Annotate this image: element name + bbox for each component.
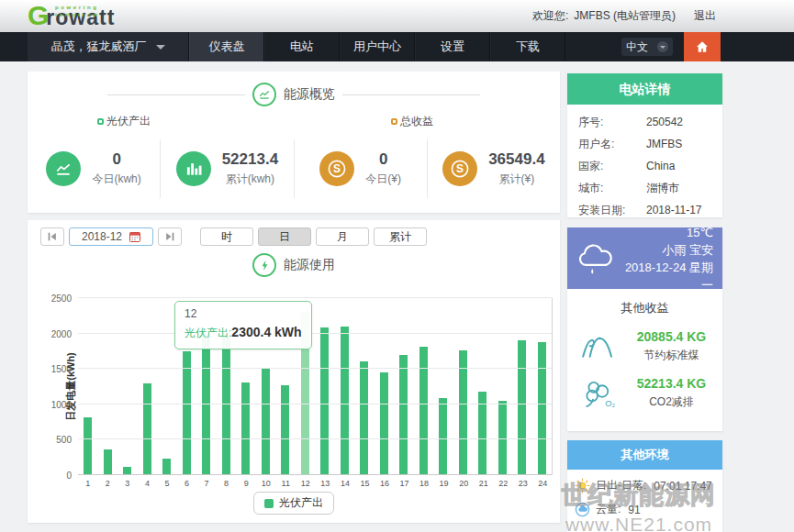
- bar-day-18[interactable]: [419, 347, 428, 476]
- bar-column: [315, 298, 335, 475]
- svg-text:S: S: [456, 162, 464, 175]
- revenue-bullet-icon: [391, 118, 397, 125]
- detail-value: China: [646, 160, 675, 172]
- env-label: 云量:: [596, 502, 621, 517]
- stat-value: 0: [92, 150, 140, 169]
- nav-tab[interactable]: 仪表盘: [189, 32, 264, 61]
- x-tick-label: 12: [296, 479, 316, 488]
- x-tick-label: 15: [355, 479, 375, 488]
- language-label: 中文: [626, 39, 648, 55]
- benefits-title: 其他收益: [567, 300, 722, 316]
- weather-date: 2018-12-24 星期一: [615, 259, 713, 294]
- x-tick-label: 11: [275, 479, 296, 488]
- detail-value: 2018-11-17: [646, 204, 702, 216]
- bar-day-13[interactable]: [320, 327, 329, 475]
- benefit-text: 20885.4 KG节约标准煤: [626, 329, 717, 363]
- detail-row: 安装日期:2018-11-17: [567, 199, 722, 221]
- sun-icon: [575, 478, 590, 493]
- revenue-group-label: 总收益: [400, 114, 433, 129]
- stat-card: S0今日(¥): [294, 139, 427, 198]
- bar-column: [394, 298, 414, 475]
- detail-value: 250542: [646, 116, 683, 128]
- range-button-时[interactable]: 时: [200, 227, 253, 246]
- growatt-logo: powering tomorrow Growatt: [28, 1, 115, 36]
- weather-temperature: 15℃: [615, 224, 713, 241]
- chart-tooltip: 12 光伏产出:2300.4 kWh: [174, 301, 312, 349]
- benefit-item: O₂52213.4 KGCO2减排: [567, 376, 722, 410]
- range-button-累计[interactable]: 累计: [374, 227, 427, 246]
- date-input[interactable]: 2018-12: [69, 227, 153, 246]
- x-tick-label: 10: [256, 479, 276, 488]
- weather-card: 15℃ 小雨 宝安 2018-12-24 星期一 其他收益 20885.4 KG…: [567, 227, 722, 431]
- nav-tab[interactable]: 电站: [264, 32, 340, 61]
- bar-day-14[interactable]: [341, 327, 349, 475]
- bar-column: [375, 298, 395, 475]
- env-value: 07:01 17:47: [654, 480, 711, 493]
- prev-month-button[interactable]: [40, 227, 64, 246]
- overview-chart-icon: [252, 83, 276, 106]
- bar-day-20[interactable]: [459, 350, 467, 475]
- y-tick-label: 500: [56, 435, 72, 445]
- logout-link[interactable]: 退出: [694, 8, 716, 24]
- bar-column: [433, 298, 453, 475]
- x-tick-label: 6: [177, 479, 197, 488]
- stat-label: 累计(¥): [488, 172, 544, 187]
- pv-group-label: 光伏产出: [106, 114, 151, 129]
- range-button-日[interactable]: 日: [258, 227, 311, 246]
- x-axis-labels: 123456789101112131415161718192021222324: [78, 479, 553, 488]
- nav-tab[interactable]: 设置: [415, 32, 490, 61]
- bar-day-8[interactable]: [222, 337, 230, 475]
- detail-label: 安装日期:: [578, 203, 646, 218]
- bar-day-15[interactable]: [360, 361, 368, 475]
- x-tick-label: 24: [533, 479, 554, 488]
- bar-day-23[interactable]: [518, 340, 526, 475]
- bar-day-16[interactable]: [380, 372, 388, 475]
- home-icon: [695, 39, 710, 54]
- range-button-月[interactable]: 月: [316, 227, 369, 246]
- detail-row: 用户名:JMFBS: [567, 133, 722, 155]
- environment-row: 云量:91: [567, 493, 722, 517]
- bar-day-1[interactable]: [84, 417, 92, 475]
- nav-tab[interactable]: 用户中心: [340, 32, 415, 61]
- x-tick-label: 23: [513, 479, 533, 488]
- bar-chart-icon: [176, 151, 211, 186]
- bar-column: [78, 298, 98, 475]
- bar-day-4[interactable]: [143, 383, 151, 475]
- main-nav: 晶茂，猛龙威酒厂 仪表盘电站用户中心设置下载 中文: [0, 32, 794, 61]
- x-tick-label: 1: [78, 479, 98, 488]
- x-tick-label: 7: [196, 479, 217, 488]
- next-month-button[interactable]: [158, 227, 182, 246]
- bar-day-6[interactable]: [183, 351, 191, 475]
- bar-day-24[interactable]: [538, 342, 546, 475]
- bar-day-10[interactable]: [262, 368, 270, 475]
- home-button[interactable]: [684, 32, 721, 61]
- bar-day-2[interactable]: [104, 449, 112, 475]
- bar-column: [414, 298, 434, 475]
- bar-day-17[interactable]: [399, 355, 408, 475]
- bar-column: [512, 298, 532, 475]
- bar-day-11[interactable]: [281, 385, 289, 475]
- y-tick-label: 2500: [51, 294, 72, 304]
- tooltip-category: 12: [185, 307, 302, 320]
- bar-day-5[interactable]: [162, 459, 171, 475]
- legend-pv[interactable]: 光伏产出: [253, 492, 334, 515]
- dollar-icon: S: [319, 151, 354, 186]
- x-tick-label: 21: [474, 479, 494, 488]
- y-tick-label: 1000: [51, 399, 72, 409]
- x-tick-label: 5: [157, 479, 177, 488]
- stat-text: 36549.4累计(¥): [488, 150, 544, 187]
- x-tick-label: 8: [217, 479, 237, 488]
- nav-tab[interactable]: 下载: [490, 32, 565, 61]
- stat-label: 今日(¥): [365, 172, 401, 187]
- plant-details-card: 电站详情 序号:250542用户名:JMFBS国家:China城市:淄博市安装日…: [567, 73, 722, 217]
- y-tick-label: 1500: [51, 364, 72, 374]
- plant-details-title: 电站详情: [567, 73, 722, 105]
- language-select[interactable]: 中文: [621, 38, 673, 56]
- stat-value: 52213.4: [222, 150, 278, 169]
- env-label: 日出-日落:: [596, 478, 646, 493]
- bar-day-9[interactable]: [241, 382, 250, 475]
- date-value: 2018-12: [82, 230, 122, 243]
- plant-selector-dropdown[interactable]: 晶茂，猛龙威酒厂: [28, 32, 189, 61]
- bar-column: [532, 298, 553, 475]
- bar-day-19[interactable]: [439, 398, 447, 475]
